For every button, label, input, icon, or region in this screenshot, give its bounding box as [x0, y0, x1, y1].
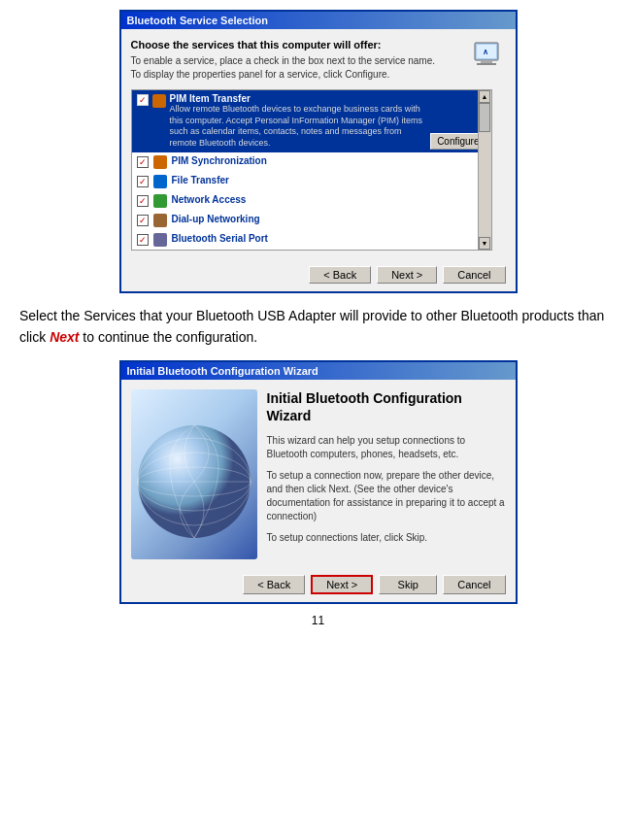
service-icon-pim: [152, 94, 166, 108]
service-name-network: Network Access: [172, 194, 247, 205]
scroll-up-arrow[interactable]: ▲: [479, 90, 490, 103]
service-pim-name: PIM Item Transfer: [170, 93, 427, 104]
dialog1-back-button[interactable]: < Back: [309, 266, 371, 284]
service-name-serial: Bluetooth Serial Port: [172, 233, 268, 244]
dialog1-header: Choose the services that this computer w…: [131, 39, 436, 50]
service-icon-serial: [153, 233, 167, 247]
service-checkbox-dialup[interactable]: [137, 215, 149, 226]
service-pim-content: PIM Item Transfer Allow remote Bluetooth…: [170, 93, 427, 150]
service-name-file: File Transfer: [172, 175, 229, 185]
service-item-serial[interactable]: Bluetooth Serial Port: [132, 230, 491, 250]
service-checkbox-pim-sync[interactable]: [137, 156, 149, 168]
wizard-para1: This wizard can help you setup connectio…: [267, 434, 506, 461]
service-checkbox-serial[interactable]: [137, 234, 149, 246]
wizard-content: Initial Bluetooth Configuration Wizard T…: [267, 389, 506, 559]
service-pim-desc: Allow remote Bluetooth devices to exchan…: [170, 104, 427, 150]
dialog1-titlebar: Bluetooth Service Selection: [121, 12, 516, 29]
bluetooth-service-dialog: Bluetooth Service Selection Choose the s…: [119, 10, 518, 293]
svg-rect-2: [481, 60, 492, 63]
wizard-dialog: Initial Bluetooth Configuration Wizard: [119, 360, 518, 604]
dialog1-next-button[interactable]: Next >: [377, 266, 437, 284]
page-number: 11: [19, 614, 617, 627]
globe-illustration: [131, 389, 257, 559]
dialog2-title: Initial Bluetooth Configuration Wizard: [127, 365, 318, 377]
dialog1-buttons: < Back Next > Cancel: [121, 260, 516, 291]
dialog2-body: Initial Bluetooth Configuration Wizard T…: [121, 380, 516, 569]
service-icon-pimsync: [153, 155, 167, 169]
service-checkbox-file[interactable]: [137, 176, 149, 187]
wizard-para3: To setup connections later, click Skip.: [267, 531, 506, 545]
service-icon-network: [153, 194, 167, 208]
scrollbar-thumb[interactable]: [479, 103, 490, 132]
service-item-dialup[interactable]: Dial-up Networking: [132, 211, 491, 230]
dialog2-buttons: < Back Next > Skip Cancel: [121, 569, 516, 602]
wizard-title: Initial Bluetooth Configuration Wizard: [267, 389, 506, 424]
dialog2-cancel-button[interactable]: Cancel: [443, 575, 505, 594]
instruction-paragraph: Select the Services that your Bluetooth …: [19, 305, 617, 349]
svg-text:∧: ∧: [483, 48, 488, 56]
service-list: PIM Item Transfer Allow remote Bluetooth…: [131, 89, 492, 251]
globe-svg: [131, 389, 257, 559]
service-icon-dialup: [153, 214, 167, 227]
wizard-para2: To setup a connection now, prepare the o…: [267, 469, 506, 523]
dialog1-cancel-button[interactable]: Cancel: [443, 266, 505, 284]
bluetooth-computer-icon: ∧: [467, 39, 506, 74]
dialog2-back-button[interactable]: < Back: [243, 575, 305, 594]
service-item-pim-sync[interactable]: PIM Synchronization: [132, 152, 491, 172]
dialog1-title: Bluetooth Service Selection: [127, 15, 268, 26]
dialog1-sub1: To enable a service, place a check in th…: [131, 54, 436, 82]
svg-rect-3: [477, 63, 496, 65]
dialog2-next-button[interactable]: Next >: [311, 575, 373, 594]
instruction-next: Next: [50, 329, 79, 345]
service-item-file-transfer[interactable]: File Transfer: [132, 172, 491, 191]
dialog2-skip-button[interactable]: Skip: [379, 575, 437, 594]
instruction-after: to continue the configuration.: [79, 329, 257, 345]
service-icon-file: [153, 175, 167, 188]
service-name-dialup: Dial-up Networking: [172, 214, 260, 224]
service-name-pim-sync: PIM Synchronization: [172, 155, 267, 166]
service-item-pim-transfer[interactable]: PIM Item Transfer Allow remote Bluetooth…: [132, 90, 491, 152]
scrollbar-vertical[interactable]: ▲ ▼: [478, 90, 491, 250]
service-checkbox-pim-transfer[interactable]: [137, 94, 149, 106]
dialog2-titlebar: Initial Bluetooth Configuration Wizard: [121, 362, 516, 380]
service-checkbox-network[interactable]: [137, 195, 149, 207]
service-item-network[interactable]: Network Access: [132, 191, 491, 211]
scroll-down-arrow[interactable]: ▼: [479, 237, 490, 250]
